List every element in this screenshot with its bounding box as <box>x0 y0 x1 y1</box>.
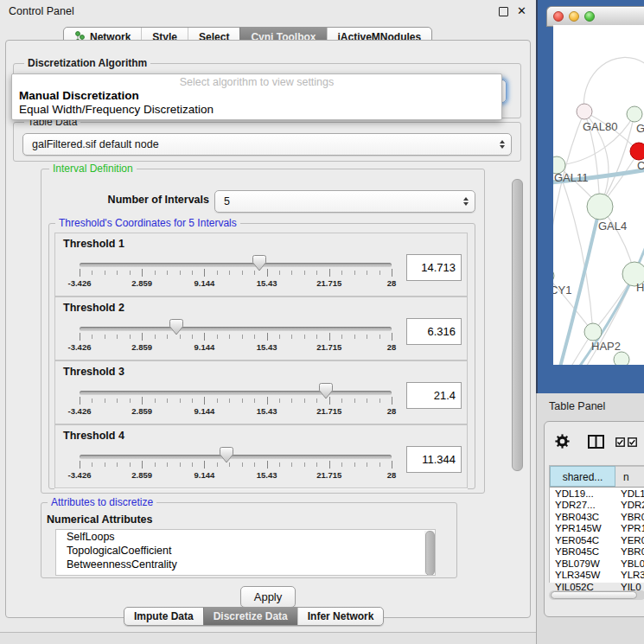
tab-discretize-data[interactable]: Discretize Data <box>203 608 297 625</box>
table-row[interactable]: YDR27... YDR2 <box>550 500 644 512</box>
threshold-value-field[interactable]: 6.316 <box>406 318 462 345</box>
table-row[interactable]: YLR345W YLR3 <box>550 570 644 582</box>
slider-thumb-icon[interactable] <box>219 447 233 467</box>
network-edge[interactable] <box>583 57 644 112</box>
cell-shared-name[interactable]: YBR043C <box>550 512 615 522</box>
network-node-green[interactable] <box>584 323 602 341</box>
slider-major-tick <box>142 397 143 405</box>
combo-arrows-icon <box>500 140 505 149</box>
cell-name[interactable]: YLR3 <box>615 570 644 580</box>
column-header-name[interactable]: n <box>615 466 644 487</box>
numerical-attributes-list[interactable]: SelfLoopsTopologicalCoefficientBetweenne… <box>55 529 436 576</box>
list-scrollbar[interactable] <box>424 531 434 574</box>
cell-name[interactable]: YER0 <box>615 535 644 545</box>
apply-button[interactable]: Apply <box>240 586 296 608</box>
cell-name[interactable]: YBL0 <box>615 558 644 569</box>
network-node-green[interactable] <box>587 194 613 220</box>
slider-thumb-icon[interactable] <box>319 383 334 403</box>
column-header-shared-name[interactable]: shared... <box>550 466 615 487</box>
table-row[interactable]: YBL079W YBL0 <box>550 558 644 570</box>
slider-thumb-icon[interactable] <box>169 319 183 339</box>
popup-item-equal-width-frequency[interactable]: Equal Width/Frequency Discretization <box>19 103 214 116</box>
table-data-combobox[interactable]: galFiltered.sif default node <box>22 133 512 156</box>
settings-scrollbar[interactable] <box>510 169 523 573</box>
table-row[interactable]: YDL19... YDL1 <box>550 488 644 500</box>
slider-major-tick <box>392 333 392 341</box>
slider-tick-label: 2.859 <box>131 406 152 416</box>
cell-shared-name[interactable]: YBL079W <box>550 558 615 569</box>
threshold-slider[interactable]: -3.4262.8599.14415.4321.71528 <box>80 254 392 294</box>
threshold-value-field[interactable]: 11.344 <box>406 446 462 473</box>
checkbox-icon[interactable] <box>628 437 637 447</box>
number-of-intervals-combobox[interactable]: 5 <box>214 190 475 213</box>
threshold-title: Threshold 3 <box>63 366 124 378</box>
slider-tick-label: 15.43 <box>257 278 277 288</box>
cell-name[interactable]: YBR0 <box>615 512 644 522</box>
cell-shared-name[interactable]: YDR27... <box>550 500 615 510</box>
network-node-green[interactable] <box>553 268 554 284</box>
table-row[interactable]: YBR045C YBR0 <box>550 546 644 558</box>
network-node-label: GAL80 <box>583 120 617 133</box>
slider-tick-label: 2.859 <box>131 470 152 480</box>
gear-icon[interactable] <box>555 434 570 449</box>
threshold-slider[interactable]: -3.4262.8599.14415.4321.71528 <box>80 318 392 358</box>
cell-shared-name[interactable]: YDL19... <box>550 488 615 499</box>
network-window-titlebar[interactable] <box>546 6 644 27</box>
slider-tick-label: -3.426 <box>68 342 92 352</box>
cell-name[interactable]: YBR0 <box>615 546 644 557</box>
close-traffic-light-icon[interactable] <box>553 11 564 22</box>
attribute-list-item[interactable]: BetweennessCentrality <box>56 558 435 571</box>
cell-shared-name[interactable]: YBR045C <box>550 546 615 557</box>
slider-thumb-icon[interactable] <box>252 255 267 275</box>
attribute-list-item[interactable]: SelfLoops <box>56 530 435 544</box>
network-node-pink[interactable] <box>577 104 592 119</box>
table-row[interactable]: YER054C YER0 <box>550 534 644 546</box>
minimize-traffic-light-icon[interactable] <box>569 11 579 22</box>
slider-tick-label: 15.43 <box>257 342 277 352</box>
thresholds-group: Threshold's Coordinates for 5 Intervals … <box>48 223 475 489</box>
popup-item-manual-discretization[interactable]: Manual Discretization <box>19 89 139 102</box>
table-row[interactable]: YBR043C YBR0 <box>550 511 644 523</box>
threshold-value-field[interactable]: 14.713 <box>406 254 462 281</box>
network-node-red[interactable] <box>630 143 644 160</box>
checkbox-icon[interactable] <box>615 437 625 447</box>
slider-tick-label: 28 <box>387 278 397 288</box>
threshold-slider[interactable]: -3.4262.8599.14415.4321.71528 <box>80 382 392 422</box>
network-canvas[interactable]: GAL80G.CGAL11GAL4GCY1HHAP2 <box>553 25 644 365</box>
zoom-traffic-light-icon[interactable] <box>584 11 595 22</box>
network-node-label: GCY1 <box>553 284 571 296</box>
split-view-icon[interactable] <box>588 435 604 449</box>
slider-track[interactable] <box>80 263 392 267</box>
cell-name[interactable]: YDL1 <box>615 488 644 499</box>
slider-major-tick <box>204 461 205 469</box>
slider-track[interactable] <box>80 455 392 459</box>
threshold-slider[interactable]: -3.4262.8599.14415.4321.71528 <box>80 446 392 486</box>
slider-major-tick <box>329 333 330 341</box>
threshold-value-field[interactable]: 21.4 <box>406 382 462 409</box>
threshold-title: Threshold 1 <box>63 238 124 250</box>
slider-track[interactable] <box>80 327 392 331</box>
table-horizontal-scrollbar[interactable] <box>549 590 644 600</box>
cell-name[interactable]: YPR1 <box>615 523 644 533</box>
slider-track[interactable] <box>80 391 392 395</box>
table-row[interactable]: YPR145W YPR1 <box>550 523 644 535</box>
float-window-icon[interactable] <box>499 7 508 16</box>
tab-infer-network[interactable]: Infer Network <box>297 608 384 625</box>
slider-major-tick <box>80 461 80 469</box>
cell-shared-name[interactable]: YPR145W <box>550 523 615 533</box>
network-edge[interactable] <box>553 112 584 276</box>
slider-major-tick <box>142 461 143 469</box>
cell-shared-name[interactable]: YLR345W <box>550 570 615 580</box>
close-window-icon[interactable]: ✕ <box>517 4 526 17</box>
attribute-list-item[interactable]: TopologicalCoefficient <box>56 544 435 558</box>
algorithm-dropdown-popup: Select algorithm to view settings Manual… <box>11 73 502 120</box>
network-node-green[interactable] <box>627 106 642 122</box>
network-node-label: H <box>636 281 644 294</box>
tab-label: Infer Network <box>308 608 374 625</box>
cell-shared-name[interactable]: YER054C <box>550 535 615 545</box>
slider-major-tick <box>267 269 268 277</box>
cell-name[interactable]: YDR2 <box>615 500 644 510</box>
network-node-green[interactable] <box>614 352 629 365</box>
tab-label: Discretize Data <box>214 608 288 625</box>
tab-impute-data[interactable]: Impute Data <box>124 608 203 625</box>
